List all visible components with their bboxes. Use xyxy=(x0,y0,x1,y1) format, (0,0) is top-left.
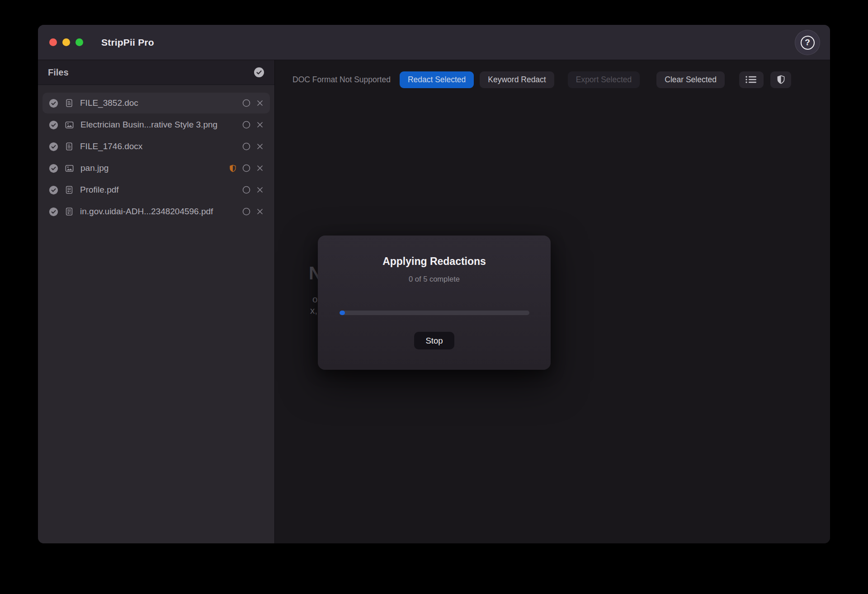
file-name: pan.jpg xyxy=(80,163,223,173)
question-mark-icon: ? xyxy=(801,36,815,50)
keyword-redact-button[interactable]: Keyword Redact xyxy=(480,71,554,88)
shield-half-icon xyxy=(777,75,785,85)
status-circle-icon[interactable] xyxy=(242,121,250,129)
image-icon xyxy=(64,120,75,130)
app-title: StripPii Pro xyxy=(101,37,154,48)
file-row[interactable]: Profile.pdf xyxy=(42,179,270,200)
pii-shield-badge-icon xyxy=(229,164,236,173)
image-icon xyxy=(64,163,75,174)
redact-selected-button[interactable]: Redact Selected xyxy=(400,71,474,88)
title-bar: StripPii Pro ? xyxy=(38,25,830,60)
zoom-window-button[interactable] xyxy=(75,38,83,46)
file-row[interactable]: FILE_1746.docx xyxy=(42,136,270,157)
pdf-document-icon xyxy=(64,185,74,195)
file-name: FILE_1746.docx xyxy=(80,141,236,151)
file-name: Profile.pdf xyxy=(80,185,236,195)
remove-file-icon[interactable] xyxy=(256,208,264,215)
remove-file-icon[interactable] xyxy=(256,99,264,107)
file-row[interactable]: in.gov.uidai-ADH...2348204596.pdf xyxy=(42,201,270,222)
select-all-checkmark-icon[interactable] xyxy=(254,67,264,78)
progress-bar xyxy=(340,311,529,315)
file-name: Electrician Busin...rative Style 3.png xyxy=(80,120,236,130)
file-list: FILE_3852.doc xyxy=(38,85,274,230)
checked-circle-icon[interactable] xyxy=(49,120,58,130)
progress-count-text: 0 of 5 complete xyxy=(409,275,460,283)
status-circle-icon[interactable] xyxy=(242,99,250,107)
list-view-button[interactable] xyxy=(739,71,764,88)
applying-redactions-dialog: Applying Redactions 0 of 5 complete Stop xyxy=(318,236,551,370)
checked-circle-icon[interactable] xyxy=(49,207,58,217)
format-status-text: DOC Format Not Supported xyxy=(292,75,391,85)
toolbar: DOC Format Not Supported Redact Selected… xyxy=(275,60,830,99)
dialog-title: Applying Redactions xyxy=(382,255,486,268)
remove-file-icon[interactable] xyxy=(256,165,264,172)
app-window: StripPii Pro ? Files xyxy=(38,25,830,543)
stop-button[interactable]: Stop xyxy=(414,332,454,349)
redaction-shield-button[interactable] xyxy=(770,71,791,88)
close-window-button[interactable] xyxy=(49,38,57,46)
status-circle-icon[interactable] xyxy=(242,186,250,194)
help-button[interactable]: ? xyxy=(795,30,820,55)
remove-file-icon[interactable] xyxy=(256,121,264,128)
document-icon xyxy=(64,98,74,108)
checked-circle-icon[interactable] xyxy=(49,185,58,195)
progress-bar-fill xyxy=(340,311,345,315)
sidebar-title: Files xyxy=(48,67,69,78)
checked-circle-icon[interactable] xyxy=(49,164,58,173)
remove-file-icon[interactable] xyxy=(256,186,264,193)
remove-file-icon[interactable] xyxy=(256,143,264,150)
clear-selected-button[interactable]: Clear Selected xyxy=(656,71,725,88)
files-sidebar: Files FILE_3852.doc xyxy=(38,60,275,543)
status-circle-icon[interactable] xyxy=(242,142,250,151)
traffic-lights xyxy=(49,38,83,46)
minimize-window-button[interactable] xyxy=(62,38,70,46)
document-icon xyxy=(64,141,74,151)
status-circle-icon[interactable] xyxy=(242,207,250,216)
checked-circle-icon[interactable] xyxy=(49,99,58,108)
pdf-document-icon xyxy=(64,207,74,217)
sidebar-header: Files xyxy=(38,60,274,85)
list-bullet-icon xyxy=(745,75,758,84)
status-circle-icon[interactable] xyxy=(242,164,250,172)
checked-circle-icon[interactable] xyxy=(49,142,58,151)
file-row[interactable]: FILE_3852.doc xyxy=(42,93,270,113)
file-row[interactable]: Electrician Busin...rative Style 3.png xyxy=(42,114,270,135)
export-selected-button[interactable]: Export Selected xyxy=(568,71,640,88)
file-name: FILE_3852.doc xyxy=(80,98,236,108)
file-name: in.gov.uidai-ADH...2348204596.pdf xyxy=(80,207,236,217)
file-row[interactable]: pan.jpg xyxy=(42,158,270,179)
